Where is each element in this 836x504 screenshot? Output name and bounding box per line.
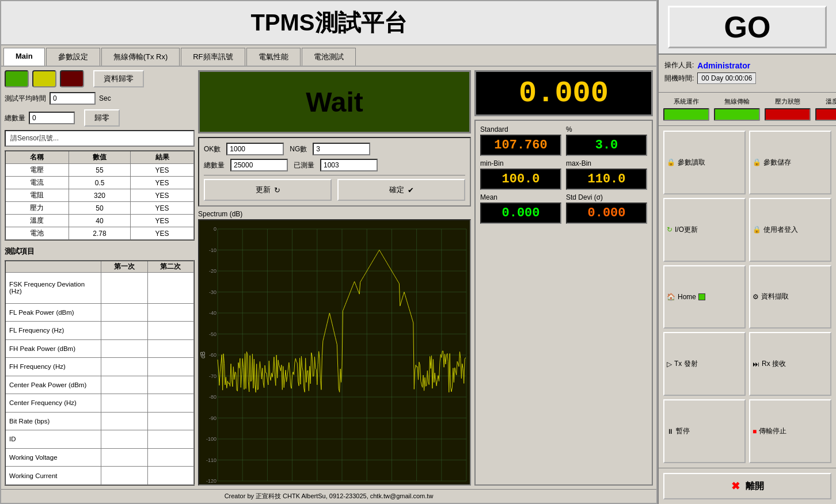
mean-cell: Mean 0.000 — [480, 193, 561, 224]
test-items-table: 第一次 第二次 FSK Frequency Deviation (Hz)FL P… — [5, 260, 195, 486]
right-sidebar: GO 操作人員: Administrator 開機時間: 00 Day 00:0… — [658, 0, 836, 504]
title-bar: TPMS測試平台 — [1, 1, 656, 45]
list-item: ID — [5, 430, 194, 448]
status-indicators: 系統運作 無線傳輸 壓力狀態 溫度狀態 — [659, 93, 836, 126]
param-read-button[interactable]: 🔒 參數讀取 — [663, 131, 746, 194]
ng-label: NG數 — [290, 144, 307, 154]
list-item: Center Frequency (Hz) — [5, 394, 194, 412]
list-item: Bit Rate (bps) — [5, 412, 194, 430]
check-icon: ✔ — [408, 186, 414, 194]
mean-label: Mean — [480, 193, 561, 201]
data-table: 名稱 數值 結果 電壓55YES電流0.5YES電阻320YES壓力50YES溫… — [5, 150, 195, 240]
test-col-second: 第二次 — [147, 261, 194, 273]
stop-button[interactable]: ■ 傳輸停止 — [749, 399, 831, 463]
avg-time-label: 測試平均時間 — [5, 94, 46, 104]
confirm-button[interactable]: 確定 ✔ — [337, 179, 465, 201]
status-wireless: 無線傳輸 — [714, 97, 760, 121]
list-item: Working Current — [5, 467, 194, 485]
light-red — [60, 70, 84, 87]
spectrum-chart — [198, 219, 471, 486]
total-label: 總數量 — [5, 113, 25, 123]
play-icon: ▷ — [667, 360, 672, 368]
avg-time-input[interactable] — [50, 92, 96, 105]
main-measurement: 0.000 — [519, 77, 609, 110]
list-item: FH Frequency (Hz) — [5, 358, 194, 376]
max-bin-value: 110.0 — [566, 169, 647, 190]
tab-main[interactable]: Main — [3, 48, 45, 66]
tab-electrical[interactable]: 電氣性能 — [246, 48, 301, 66]
col-value-header: 數值 — [69, 151, 130, 164]
max-bin-label: max-Bin — [566, 159, 647, 167]
ng-input[interactable] — [313, 143, 370, 155]
confirm-label: 確定 — [389, 185, 404, 195]
col-result-header: 結果 — [131, 151, 194, 164]
list-item: FL Peak Power (dBm) — [5, 303, 194, 321]
measured-label: 已測量 — [294, 161, 314, 170]
total2-label: 總數量 — [204, 161, 225, 170]
quit-icon: ✖ — [731, 480, 740, 492]
status-temp: 溫度狀態 — [815, 97, 836, 121]
control-buttons: 🔒 參數讀取 🔒 參數儲存 ↻ I/O更新 🔒 使用者登入 🏠 Home — [659, 126, 836, 468]
update-button[interactable]: 更新 ↻ — [204, 179, 332, 201]
status-sys-ops-light — [663, 108, 709, 121]
measurements-grid: Standard 107.760 % 3.0 min-Bin 100.0 — [474, 120, 653, 486]
lock-icon-1: 🔒 — [667, 158, 675, 166]
table-row: 電阻320YES — [5, 189, 194, 202]
sidebar-info: 操作人員: Administrator 開機時間: 00 Day 00:00:0… — [659, 55, 836, 93]
status-pressure-label: 壓力狀態 — [775, 97, 800, 106]
home-button[interactable]: 🏠 Home — [663, 265, 746, 329]
ok-input[interactable] — [226, 143, 284, 155]
status-wireless-label: 無線傳輸 — [724, 97, 750, 106]
avg-time-row: 測試平均時間 Sec — [5, 92, 195, 105]
user-login-button[interactable]: 🔒 使用者登入 — [749, 198, 831, 262]
param-save-button[interactable]: 🔒 參數儲存 — [749, 131, 831, 194]
update-label: 更新 — [256, 185, 271, 195]
quit-button[interactable]: ✖ 離開 — [663, 473, 831, 499]
std-devi-value: 0.000 — [566, 203, 647, 224]
pause-icon: ⏸ — [667, 427, 674, 436]
tab-battery[interactable]: 電池測試 — [302, 48, 356, 66]
spectrum-canvas — [199, 220, 471, 486]
min-bin-label: min-Bin — [480, 159, 561, 167]
standard-label: Standard — [480, 125, 561, 133]
test-items-label: 測試項目 — [5, 246, 195, 257]
reset-button[interactable]: 資料歸零 — [93, 70, 144, 87]
total-input[interactable] — [29, 112, 75, 124]
ok-label: OK數 — [204, 144, 221, 154]
data-capture-button[interactable]: ⚙ 資料擷取 — [749, 265, 831, 329]
list-item: FSK Frequency Deviation (Hz) — [5, 273, 194, 304]
app-title: TPMS測試平台 — [7, 7, 651, 39]
status-sys-ops-label: 系統運作 — [674, 97, 699, 106]
gear-icon: ⚙ — [753, 293, 759, 301]
tab-param[interactable]: 參數設定 — [46, 48, 100, 66]
percent-label: % — [566, 125, 647, 133]
col-name-header: 名稱 — [5, 151, 69, 164]
footer: Creator by 正宣科技 CHTK AlbertSu, 0912-2330… — [1, 489, 656, 503]
tab-wireless[interactable]: 無線傳輸(Tx Rx) — [101, 48, 180, 66]
rx-button[interactable]: ⏭ Rx 接收 — [749, 332, 831, 396]
percent-value: 3.0 — [566, 135, 647, 156]
status-temp-light — [815, 108, 836, 121]
sensor-display: 請Sensor訊號... — [5, 130, 195, 147]
skip-icon: ⏭ — [753, 360, 759, 368]
measured-input[interactable] — [320, 159, 378, 171]
go-button[interactable]: GO — [668, 6, 827, 48]
tab-rf[interactable]: RF頻率訊號 — [181, 48, 245, 66]
uptime-label: 開機時間: — [664, 74, 694, 83]
total2-input[interactable] — [230, 159, 288, 171]
home-icon: 🏠 — [667, 293, 675, 301]
io-update-button[interactable]: ↻ I/O更新 — [663, 198, 746, 262]
operator-label: 操作人員: — [664, 60, 694, 70]
table-row: 溫度40YES — [5, 215, 194, 227]
lock-icon-3: 🔒 — [753, 226, 761, 234]
standard-cell: Standard 107.760 — [480, 125, 561, 156]
pause-button[interactable]: ⏸ 暫停 — [663, 399, 746, 463]
table-row: 壓力50YES — [5, 202, 194, 215]
go-btn-area: GO — [659, 0, 836, 55]
tx-button[interactable]: ▷ Tx 發射 — [663, 332, 746, 396]
lock-icon-2: 🔒 — [753, 158, 761, 166]
clear-button[interactable]: 歸零 — [84, 109, 120, 127]
status-lights-row: 資料歸零 — [5, 70, 195, 87]
max-bin-cell: max-Bin 110.0 — [566, 159, 647, 190]
status-sys-ops: 系統運作 — [663, 97, 709, 121]
